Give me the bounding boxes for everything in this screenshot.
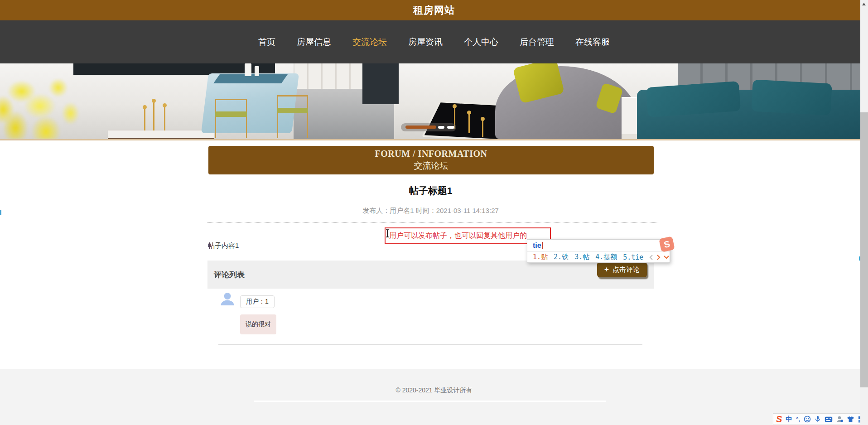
hero-vase-shape [255, 66, 259, 76]
comment-input[interactable]: 用户可以发布帖子，也可以回复其他用户的 [385, 227, 551, 244]
ime-candidate-5[interactable]: 5.tie [623, 253, 643, 261]
footer-divider [254, 401, 606, 402]
hero-doorway-shape [362, 63, 399, 104]
hero-console-shape [108, 130, 214, 140]
add-comment-label: 点击评论 [612, 266, 640, 274]
post-title: 帖子标题1 [207, 184, 654, 197]
scroll-marker [859, 256, 860, 261]
hero-chair-shape [215, 99, 247, 138]
scrollbar[interactable] [860, 0, 868, 425]
ime-candidate-1[interactable]: 1.贴 [533, 253, 548, 261]
nav-item-online-service[interactable]: 在线客服 [575, 36, 610, 48]
hero-chair-shape [277, 95, 308, 138]
skin-icon[interactable] [847, 416, 854, 423]
page: 租房网站 首页 房屋信息 交流论坛 房屋资讯 个人中心 后台管理 在线客服 [0, 0, 868, 425]
post-content: 帖子内容1 [208, 241, 239, 250]
footer: © 2020-2021 毕业设计所有 [0, 369, 868, 425]
scrollbar-thumb[interactable] [860, 112, 868, 387]
section-divider [207, 222, 659, 223]
text-cursor-icon [386, 229, 390, 237]
ime-mode-chinese[interactable]: 中 [786, 415, 792, 424]
punctuation-icon[interactable]: °, [796, 416, 800, 423]
header-bar: 租房网站 [0, 0, 868, 20]
section-banner-title-zh: 交流论坛 [414, 160, 448, 172]
user-avatar-icon [219, 290, 236, 307]
hero-carousel-image [0, 63, 868, 140]
microphone-icon[interactable] [815, 415, 821, 423]
nav-item-housing-info[interactable]: 房屋信息 [297, 36, 331, 48]
ime-caret [542, 242, 543, 249]
nav-item-personal-center[interactable]: 个人中心 [464, 36, 498, 48]
add-comment-button[interactable]: + 点击评论 [597, 262, 647, 277]
keyboard-icon[interactable] [825, 416, 833, 422]
comment-username: 用户：1 [240, 295, 275, 308]
scrollbar-up-icon[interactable] [862, 3, 866, 5]
ime-candidate-2[interactable]: 2.铁 [554, 253, 569, 261]
ime-prev-page-icon[interactable] [649, 255, 653, 260]
hero-bed-pillow-shape [751, 79, 832, 115]
emoji-icon[interactable] [804, 415, 811, 423]
hero-cabinets-shape [294, 63, 363, 89]
comments-title: 评论列表 [214, 270, 245, 280]
hero-candlestick-shape [482, 121, 483, 137]
hero-candlestick-shape [468, 114, 470, 133]
post-meta: 发布人：用户名1 时间：2021-03-11 14:13:27 [207, 207, 654, 215]
ime-input-text: tie [533, 241, 541, 250]
comment-divider [218, 344, 642, 345]
comments-header: 评论列表 [207, 261, 654, 289]
edge-artifact [0, 210, 1, 215]
nav-item-housing-news[interactable]: 房屋资讯 [408, 36, 443, 48]
account-icon[interactable] [836, 415, 843, 423]
hero-candlestick-shape [144, 109, 145, 130]
hero-vase-shape [245, 63, 251, 76]
carousel-indicator[interactable] [447, 126, 454, 129]
section-banner-title-en: FORUM / INFORMATION [375, 149, 487, 159]
hero-flowers-shape [0, 66, 113, 139]
ime-composition-row: tie [527, 240, 670, 252]
carousel-indicator[interactable] [438, 126, 444, 129]
sogou-logo-icon: S [659, 236, 675, 252]
page-title: 租房网站 [413, 4, 455, 17]
ime-next-page-icon[interactable] [656, 255, 661, 260]
hero-candlestick-shape [164, 107, 165, 130]
carousel-indicator-active[interactable] [405, 126, 436, 129]
copyright-text: © 2020-2021 毕业设计所有 [0, 386, 868, 395]
ime-popup: tie 1.贴 2.铁 3.帖 4.提额 5.tie S [527, 239, 670, 263]
hero-candlestick-shape [153, 102, 154, 130]
nav-item-admin[interactable]: 后台管理 [520, 36, 554, 48]
nav-item-forum[interactable]: 交流论坛 [352, 36, 387, 48]
ime-candidate-3[interactable]: 3.帖 [574, 253, 589, 261]
comment-text: 说的很对 [240, 314, 276, 334]
comment-input-text: 用户可以发布帖子，也可以回复其他用户的 [389, 231, 527, 241]
sogou-logo-icon[interactable]: S [776, 415, 782, 424]
ime-expand-icon[interactable] [664, 255, 669, 259]
ime-candidate-4[interactable]: 4.提额 [595, 253, 617, 261]
ime-toolbar: S 中 °, [773, 413, 868, 425]
plus-icon: + [604, 265, 609, 274]
main-nav: 首页 房屋信息 交流论坛 房屋资讯 个人中心 后台管理 在线客服 [0, 20, 868, 63]
ime-candidates-row: 1.贴 2.铁 3.帖 4.提额 5.tie [527, 252, 670, 262]
section-banner: FORUM / INFORMATION 交流论坛 [208, 146, 654, 174]
nav-item-home[interactable]: 首页 [258, 36, 275, 48]
